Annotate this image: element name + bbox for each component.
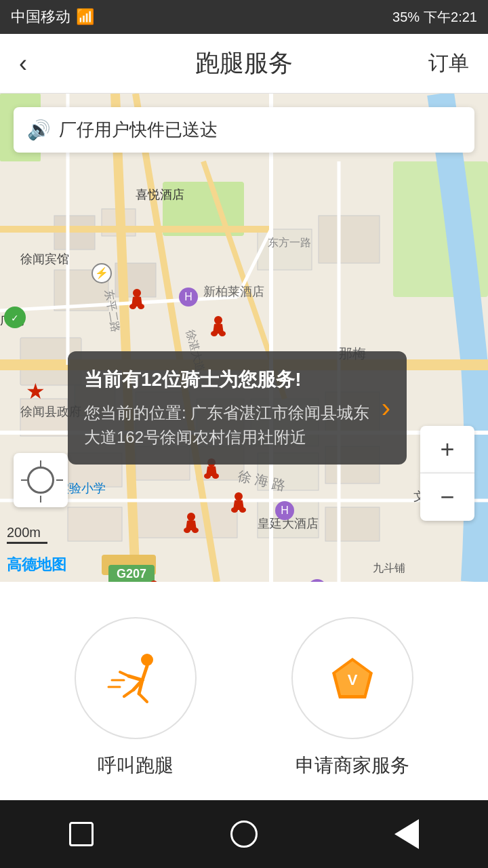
call-runner-label: 呼叫跑腿	[98, 753, 174, 778]
svg-text:东方一路: 东方一路	[268, 237, 311, 248]
nav-home-button[interactable]	[224, 814, 264, 854]
svg-text:新柏莱酒店: 新柏莱酒店	[203, 285, 264, 298]
merchant-service-circle: V	[291, 617, 413, 739]
call-runner-circle	[75, 617, 197, 739]
svg-text:V: V	[348, 671, 358, 688]
carrier-label: 中国移动	[11, 7, 70, 27]
nav-back-button[interactable]	[386, 814, 427, 854]
scale-label: 200m	[7, 525, 41, 540]
svg-point-60	[211, 331, 218, 336]
svg-point-71	[235, 492, 243, 500]
svg-rect-12	[319, 216, 380, 263]
svg-point-63	[204, 473, 211, 479]
map-container: 喜悦酒店 新柏莱酒店 徐闻宾馆 文化广场 徐闻县政府 徐闻县实验小学 那梅 文昌…	[0, 94, 488, 582]
locate-button[interactable]	[14, 453, 68, 507]
svg-text:H: H	[184, 291, 192, 302]
bottom-nav	[0, 800, 488, 868]
circle-icon	[230, 821, 258, 848]
svg-text:⚡: ⚡	[95, 267, 108, 279]
popup-location: 您当前的位置: 广东省湛江市徐闻县城东大道162号徐闻农村信用社附近	[84, 401, 373, 450]
zoom-out-button[interactable]: −	[420, 473, 474, 521]
status-right: 35% 下午2:21	[392, 8, 477, 26]
svg-point-64	[212, 473, 219, 479]
merchant-service-item[interactable]: V 申请商家服务	[291, 617, 413, 778]
svg-point-58	[138, 304, 144, 309]
svg-line-86	[142, 666, 147, 680]
triangle-icon	[394, 819, 419, 849]
locate-icon	[27, 467, 54, 494]
scale-line	[7, 542, 47, 544]
amap-logo: 高德地图	[7, 555, 66, 575]
time-label: 下午2:21	[424, 8, 477, 26]
svg-text:✓: ✓	[11, 313, 19, 323]
order-button[interactable]: 订单	[428, 50, 469, 77]
svg-point-66	[184, 528, 190, 533]
svg-text:G207: G207	[117, 567, 146, 580]
zoom-controls: + −	[420, 426, 474, 521]
nav-bar: ‹ 跑腿服务 订单	[0, 34, 488, 94]
info-popup[interactable]: 当前有12位骑士为您服务! 您当前的位置: 广东省湛江市徐闻县城东大道162号徐…	[68, 351, 407, 465]
runner-icon	[105, 648, 166, 709]
svg-line-88	[120, 672, 129, 676]
zoom-in-button[interactable]: +	[420, 426, 474, 473]
status-bar: 中国移动 📶 35% 下午2:21	[0, 0, 488, 34]
bottom-actions: 呼叫跑腿 V 申请商家服务	[0, 582, 488, 800]
square-icon	[69, 822, 94, 846]
svg-text:H: H	[281, 505, 289, 516]
status-left: 中国移动 📶	[11, 7, 94, 27]
svg-text:徐闻宾馆: 徐闻宾馆	[20, 252, 69, 266]
svg-rect-25	[68, 507, 122, 541]
svg-point-73	[239, 507, 246, 513]
svg-rect-23	[325, 507, 380, 541]
svg-line-87	[129, 676, 142, 680]
svg-rect-11	[258, 229, 312, 270]
popup-arrow[interactable]: ›	[382, 393, 390, 423]
signal-icons: 📶	[76, 8, 94, 26]
battery-label: 35%	[392, 9, 420, 25]
svg-point-67	[192, 528, 199, 533]
call-runner-item[interactable]: 呼叫跑腿	[75, 617, 197, 778]
svg-point-65	[187, 513, 195, 521]
svg-text:九斗铺: 九斗铺	[373, 562, 405, 574]
svg-line-90	[139, 694, 147, 702]
popup-title: 当前有12位骑士为您服务!	[84, 366, 373, 393]
diamond-icon: V	[325, 651, 380, 705]
notification-text: 厂仔用户快件已送达	[59, 118, 218, 142]
svg-text:喜悦酒店: 喜悦酒店	[136, 188, 184, 201]
map-svg: 喜悦酒店 新柏莱酒店 徐闻宾馆 文化广场 徐闻县政府 徐闻县实验小学 那梅 文昌…	[0, 94, 488, 582]
svg-point-59	[214, 316, 222, 324]
scale-bar: 200m	[7, 525, 47, 544]
svg-text:★: ★	[26, 379, 45, 403]
svg-point-56	[133, 289, 141, 297]
svg-point-85	[141, 654, 153, 666]
nav-square-button[interactable]	[61, 814, 102, 854]
svg-line-92	[124, 690, 134, 696]
merchant-service-label: 申请商家服务	[296, 753, 409, 778]
svg-point-72	[231, 507, 238, 513]
back-button[interactable]: ‹	[19, 50, 60, 78]
notification-bar: 🔊 厂仔用户快件已送达	[14, 107, 474, 153]
action-buttons-row: 呼叫跑腿 V 申请商家服务	[27, 617, 461, 778]
svg-point-61	[219, 331, 226, 336]
svg-point-57	[129, 304, 136, 309]
speaker-icon: 🔊	[27, 119, 51, 141]
page-title: 跑腿服务	[195, 47, 293, 80]
